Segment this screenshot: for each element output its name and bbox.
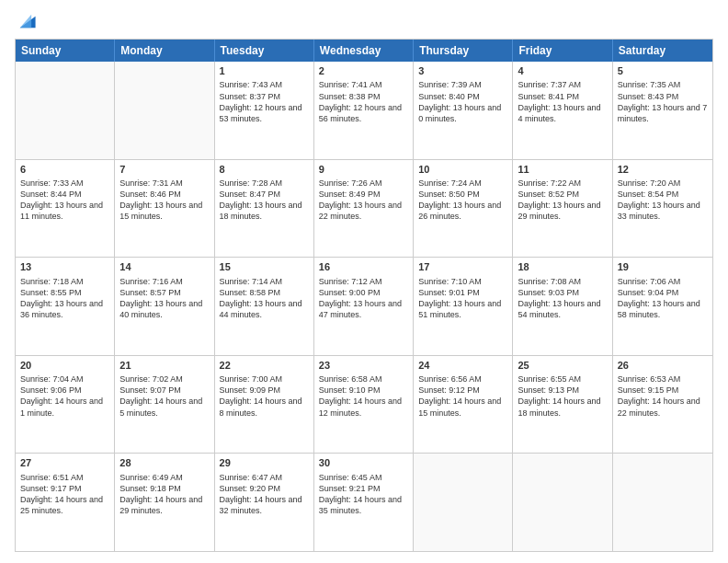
calendar-body: 1Sunrise: 7:43 AM Sunset: 8:37 PM Daylig… (16, 62, 712, 551)
calendar-day-18: 18Sunrise: 7:08 AM Sunset: 9:03 PM Dayli… (513, 258, 612, 355)
calendar-day-25: 25Sunrise: 6:55 AM Sunset: 9:13 PM Dayli… (513, 356, 612, 454)
calendar-row: 27Sunrise: 6:51 AM Sunset: 9:17 PM Dayli… (16, 453, 712, 551)
calendar-day-8: 8Sunrise: 7:28 AM Sunset: 8:47 PM Daylig… (215, 160, 314, 258)
calendar-day-12: 12Sunrise: 7:20 AM Sunset: 8:54 PM Dayli… (613, 160, 712, 258)
calendar: SundayMondayTuesdayWednesdayThursdayFrid… (15, 39, 713, 552)
day-info: Sunrise: 7:37 AM Sunset: 8:41 PM Dayligh… (518, 79, 607, 124)
day-info: Sunrise: 6:47 AM Sunset: 9:20 PM Dayligh… (220, 472, 309, 517)
day-number: 22 (220, 359, 309, 373)
day-info: Sunrise: 7:39 AM Sunset: 8:40 PM Dayligh… (418, 79, 507, 124)
calendar-day-5: 5Sunrise: 7:35 AM Sunset: 8:43 PM Daylig… (613, 62, 712, 159)
calendar-day-28: 28Sunrise: 6:49 AM Sunset: 9:18 PM Dayli… (115, 454, 214, 551)
day-number: 13 (20, 260, 109, 274)
calendar-day-9: 9Sunrise: 7:26 AM Sunset: 8:49 PM Daylig… (314, 160, 414, 258)
day-info: Sunrise: 7:12 AM Sunset: 9:00 PM Dayligh… (319, 276, 408, 321)
day-info: Sunrise: 7:08 AM Sunset: 9:03 PM Dayligh… (518, 276, 607, 321)
day-info: Sunrise: 6:51 AM Sunset: 9:17 PM Dayligh… (20, 472, 109, 517)
day-number: 6 (20, 163, 109, 177)
calendar-day-13: 13Sunrise: 7:18 AM Sunset: 8:55 PM Dayli… (16, 258, 115, 355)
day-number: 9 (319, 163, 408, 177)
day-info: Sunrise: 7:18 AM Sunset: 8:55 PM Dayligh… (20, 276, 109, 321)
day-info: Sunrise: 6:53 AM Sunset: 9:15 PM Dayligh… (618, 373, 708, 419)
page: SundayMondayTuesdayWednesdayThursdayFrid… (0, 0, 728, 563)
weekday-header: Tuesday (215, 40, 314, 62)
day-info: Sunrise: 7:16 AM Sunset: 8:57 PM Dayligh… (119, 276, 209, 321)
day-number: 5 (618, 64, 708, 78)
day-info: Sunrise: 7:02 AM Sunset: 9:07 PM Dayligh… (119, 373, 209, 419)
day-number: 12 (618, 163, 708, 177)
day-number: 25 (518, 359, 607, 373)
calendar-row: 6Sunrise: 7:33 AM Sunset: 8:44 PM Daylig… (16, 159, 712, 258)
day-info: Sunrise: 7:41 AM Sunset: 8:38 PM Dayligh… (319, 79, 408, 124)
day-info: Sunrise: 7:20 AM Sunset: 8:54 PM Dayligh… (618, 178, 708, 223)
day-number: 30 (319, 456, 408, 470)
calendar-day-14: 14Sunrise: 7:16 AM Sunset: 8:57 PM Dayli… (115, 258, 214, 355)
day-number: 15 (220, 260, 309, 274)
calendar-day-10: 10Sunrise: 7:24 AM Sunset: 8:50 PM Dayli… (414, 160, 513, 258)
calendar-day-6: 6Sunrise: 7:33 AM Sunset: 8:44 PM Daylig… (16, 160, 115, 258)
calendar-day-17: 17Sunrise: 7:10 AM Sunset: 9:01 PM Dayli… (414, 258, 513, 355)
day-info: Sunrise: 7:28 AM Sunset: 8:47 PM Dayligh… (220, 178, 309, 223)
calendar-day-23: 23Sunrise: 6:58 AM Sunset: 9:10 PM Dayli… (314, 356, 414, 454)
day-number: 3 (418, 64, 507, 78)
day-info: Sunrise: 7:26 AM Sunset: 8:49 PM Dayligh… (319, 178, 408, 223)
day-number: 21 (119, 359, 209, 373)
day-info: Sunrise: 6:45 AM Sunset: 9:21 PM Dayligh… (319, 472, 408, 517)
calendar-day-30: 30Sunrise: 6:45 AM Sunset: 9:21 PM Dayli… (314, 454, 414, 551)
day-info: Sunrise: 6:58 AM Sunset: 9:10 PM Dayligh… (319, 373, 408, 419)
weekday-header: Friday (513, 40, 612, 62)
calendar-day-11: 11Sunrise: 7:22 AM Sunset: 8:52 PM Dayli… (513, 160, 612, 258)
day-number: 26 (618, 359, 708, 373)
weekday-header: Saturday (613, 40, 712, 62)
day-number: 18 (518, 260, 607, 274)
day-number: 1 (220, 64, 309, 78)
empty-cell (513, 454, 612, 551)
day-number: 20 (20, 359, 109, 373)
day-number: 11 (518, 163, 607, 177)
day-number: 10 (418, 163, 507, 177)
calendar-row: 13Sunrise: 7:18 AM Sunset: 8:55 PM Dayli… (16, 257, 712, 355)
calendar-day-24: 24Sunrise: 6:56 AM Sunset: 9:12 PM Dayli… (414, 356, 513, 454)
day-number: 23 (319, 359, 408, 373)
day-info: Sunrise: 7:10 AM Sunset: 9:01 PM Dayligh… (418, 276, 507, 321)
day-info: Sunrise: 7:00 AM Sunset: 9:09 PM Dayligh… (220, 373, 309, 419)
calendar-day-2: 2Sunrise: 7:41 AM Sunset: 8:38 PM Daylig… (314, 62, 414, 159)
day-info: Sunrise: 6:56 AM Sunset: 9:12 PM Dayligh… (418, 373, 507, 419)
day-number: 8 (220, 163, 309, 177)
logo (15, 11, 37, 31)
day-info: Sunrise: 6:55 AM Sunset: 9:13 PM Dayligh… (518, 373, 607, 419)
day-number: 17 (418, 260, 507, 274)
day-info: Sunrise: 6:49 AM Sunset: 9:18 PM Dayligh… (119, 472, 209, 517)
calendar-day-22: 22Sunrise: 7:00 AM Sunset: 9:09 PM Dayli… (215, 356, 314, 454)
empty-cell (16, 62, 115, 159)
day-number: 7 (119, 163, 209, 177)
day-number: 2 (319, 64, 408, 78)
calendar-header: SundayMondayTuesdayWednesdayThursdayFrid… (16, 40, 712, 62)
day-info: Sunrise: 7:06 AM Sunset: 9:04 PM Dayligh… (618, 276, 708, 321)
weekday-header: Sunday (16, 40, 115, 62)
day-info: Sunrise: 7:35 AM Sunset: 8:43 PM Dayligh… (618, 79, 708, 124)
day-info: Sunrise: 7:22 AM Sunset: 8:52 PM Dayligh… (518, 178, 607, 223)
day-info: Sunrise: 7:43 AM Sunset: 8:37 PM Dayligh… (220, 79, 309, 124)
calendar-day-3: 3Sunrise: 7:39 AM Sunset: 8:40 PM Daylig… (414, 62, 513, 159)
day-number: 4 (518, 64, 607, 78)
calendar-day-7: 7Sunrise: 7:31 AM Sunset: 8:46 PM Daylig… (115, 160, 214, 258)
empty-cell (115, 62, 214, 159)
calendar-day-16: 16Sunrise: 7:12 AM Sunset: 9:00 PM Dayli… (314, 258, 414, 355)
day-number: 16 (319, 260, 408, 274)
day-number: 29 (220, 456, 309, 470)
day-info: Sunrise: 7:33 AM Sunset: 8:44 PM Dayligh… (20, 178, 109, 223)
calendar-row: 20Sunrise: 7:04 AM Sunset: 9:06 PM Dayli… (16, 355, 712, 454)
day-info: Sunrise: 7:24 AM Sunset: 8:50 PM Dayligh… (418, 178, 507, 223)
weekday-header: Monday (115, 40, 214, 62)
day-number: 27 (20, 456, 109, 470)
calendar-day-15: 15Sunrise: 7:14 AM Sunset: 8:58 PM Dayli… (215, 258, 314, 355)
calendar-day-27: 27Sunrise: 6:51 AM Sunset: 9:17 PM Dayli… (16, 454, 115, 551)
weekday-header: Wednesday (314, 40, 414, 62)
day-info: Sunrise: 7:14 AM Sunset: 8:58 PM Dayligh… (220, 276, 309, 321)
empty-cell (613, 454, 712, 551)
day-number: 14 (119, 260, 209, 274)
day-info: Sunrise: 7:31 AM Sunset: 8:46 PM Dayligh… (119, 178, 209, 223)
day-number: 28 (119, 456, 209, 470)
day-number: 19 (618, 260, 708, 274)
